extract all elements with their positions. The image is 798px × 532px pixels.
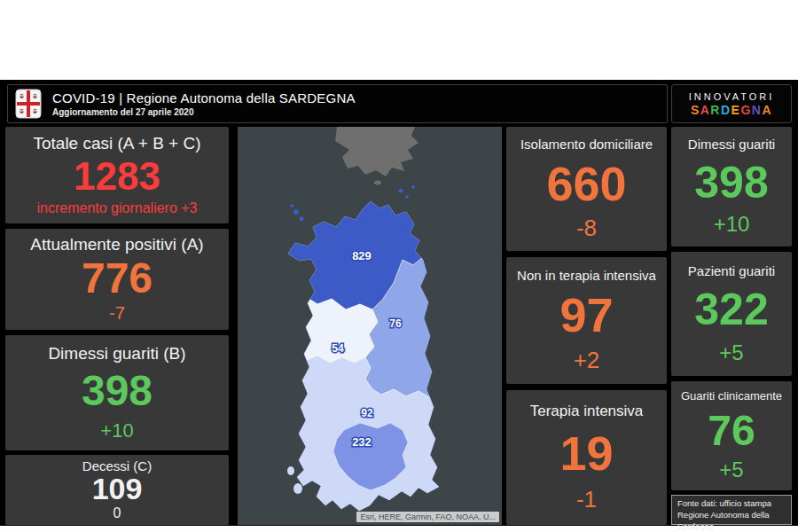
card-non-in-terapia-intensiva: Non in terapia intensiva 97 +2 xyxy=(506,257,667,384)
card-label: Dimessi guariti xyxy=(688,137,775,152)
card-label: Guariti clinicamente xyxy=(681,390,782,403)
card-isolamento-domiciliare: Isolamento domiciliare 660 -8 xyxy=(506,127,667,251)
sardegna-coat-of-arms-logo xyxy=(15,89,42,119)
card-delta: +5 xyxy=(719,341,743,364)
dashboard-screenshot: COVID-19 | Regione Autonoma della SARDEG… xyxy=(0,0,798,532)
map-island-maddalena xyxy=(411,185,415,189)
card-label: Non in terapia intensiva xyxy=(517,269,656,283)
card-delta: -8 xyxy=(576,216,597,240)
brand-sardegna: SARDEGNA xyxy=(691,103,772,117)
map-island-maddalena xyxy=(405,195,409,199)
card-value: 76 xyxy=(708,409,755,453)
brand-innovatori: INNOVATORI xyxy=(689,91,775,102)
card-delta: -1 xyxy=(576,488,597,512)
map-corsica xyxy=(335,127,419,176)
card-label: Attualmente positivi (A) xyxy=(30,236,203,254)
card-pazienti-guariti: Pazienti guariti 322 +5 xyxy=(671,252,792,376)
card-delta: +10 xyxy=(714,213,750,235)
update-date: Aggiornamento del 27 aprile 2020 xyxy=(52,107,356,117)
card-delta: incremento giornaliero +3 xyxy=(37,201,198,216)
card-delta: +5 xyxy=(719,458,743,481)
map-region-label: 54 xyxy=(332,342,344,355)
page-title: COVID-19 | Regione Autonoma della SARDEG… xyxy=(52,90,356,106)
card-delta: 0 xyxy=(113,506,121,521)
map-island-asinara xyxy=(300,217,304,222)
card-value: 660 xyxy=(546,159,626,209)
map-region-label: 829 xyxy=(352,249,372,262)
card-value: 398 xyxy=(694,160,768,207)
card-dimessi-guariti-b: Dimessi guariti (B) 398 +10 xyxy=(5,335,229,450)
card-guariti-clinicamente: Guariti clinicamente 76 +5 xyxy=(671,381,792,490)
card-terapia-intensiva: Terapia intensiva 19 -1 xyxy=(506,390,667,525)
card-label: Terapia intensiva xyxy=(530,403,644,419)
card-delta: +2 xyxy=(574,348,600,372)
card-delta: +10 xyxy=(100,420,133,441)
card-label: Dimessi guariti (B) xyxy=(48,345,185,363)
card-value: 19 xyxy=(559,428,613,479)
card-value: 776 xyxy=(82,256,153,301)
map-attribution: Esri, HERE, Garmin, FAO, NOAA, U... xyxy=(356,512,499,522)
covid-dashboard: COVID-19 | Regione Autonoma della SARDEG… xyxy=(0,80,798,526)
map-island-sulcis xyxy=(293,483,302,494)
card-label: Isolamento domiciliare xyxy=(520,137,653,152)
card-value: 1283 xyxy=(74,156,160,197)
card-decessi: Decessi (C) 109 0 xyxy=(5,455,229,525)
card-dimessi-guariti: Dimessi guariti 398 +10 xyxy=(671,127,792,246)
card-attualmente-positivi: Attualmente positivi (A) 776 -7 xyxy=(5,229,229,330)
map-region-label: 92 xyxy=(361,407,373,419)
card-label: Pazienti guariti xyxy=(688,264,775,278)
innovatori-sardegna-logo: INNOVATORI SARDEGNA xyxy=(671,84,792,123)
map-region-label: 76 xyxy=(389,317,402,330)
card-value: 322 xyxy=(694,286,768,333)
data-source-note: Fonte dati: ufficio stampa Regione Auton… xyxy=(671,495,792,525)
map-island-asinara xyxy=(293,209,299,215)
card-label: Totale casi (A + B + C) xyxy=(33,135,200,153)
sardinia-choropleth-map[interactable]: 829 76 54 92 232 Esri, HERE, Garmin, FAO… xyxy=(238,127,502,525)
card-value: 398 xyxy=(82,369,153,413)
map-region-label: 232 xyxy=(352,435,372,449)
sardinia-map-svg: 829 76 54 92 232 xyxy=(238,127,502,525)
map-islet xyxy=(374,181,381,185)
map-island-maddalena xyxy=(399,189,403,193)
header-text-block: COVID-19 | Regione Autonoma della SARDEG… xyxy=(52,90,356,117)
card-label: Decessi (C) xyxy=(82,459,152,473)
card-value: 97 xyxy=(559,290,613,340)
card-delta: -7 xyxy=(109,304,125,323)
map-island-sulcis xyxy=(287,466,294,475)
map-region-north[interactable] xyxy=(264,180,477,309)
card-value: 109 xyxy=(92,473,143,505)
map-island-asinara xyxy=(290,204,293,207)
card-totale-casi: Totale casi (A + B + C) 1283 incremento … xyxy=(5,127,229,223)
header-bar: COVID-19 | Regione Autonoma della SARDEG… xyxy=(7,84,668,123)
